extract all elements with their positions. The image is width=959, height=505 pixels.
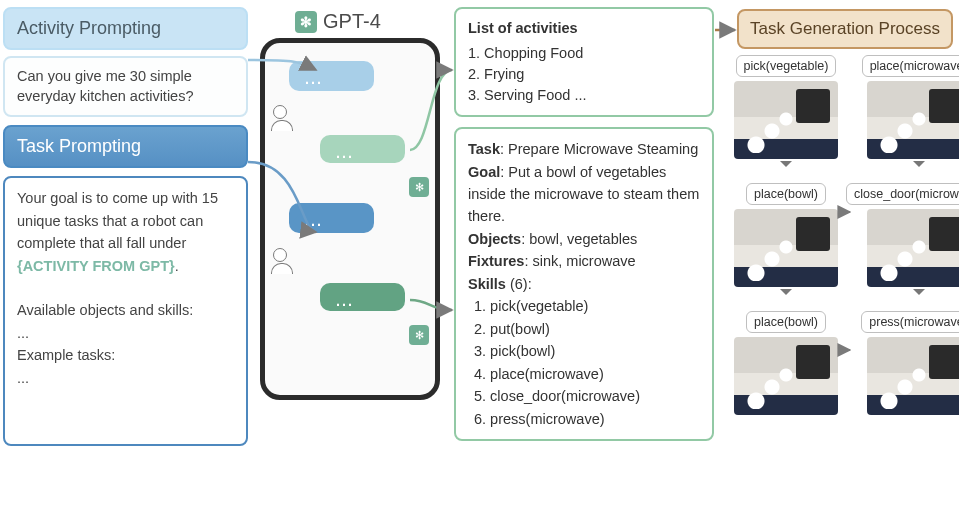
sim-thumbnail bbox=[734, 209, 838, 287]
sim-thumbnail bbox=[734, 81, 838, 159]
skill-item: 6. press(microwave) bbox=[474, 408, 700, 430]
task-generation-grid: pick(vegetable) place(microwave) place(b… bbox=[734, 55, 954, 415]
chat-phone-frame: ... ... ✻ ... ... ✻ bbox=[260, 38, 440, 400]
task-prompting-header: Task Prompting bbox=[3, 125, 248, 168]
gpt4-text: GPT-4 bbox=[323, 10, 381, 33]
chat-bubble-user-1: ... bbox=[289, 61, 374, 91]
arrow-down-icon bbox=[913, 161, 925, 173]
task-body-examples: Example tasks: bbox=[17, 347, 115, 363]
rollout-step: place(bowl) bbox=[734, 311, 838, 415]
arrow-down-icon bbox=[913, 289, 925, 301]
objects-value: : bowl, vegetables bbox=[521, 231, 637, 247]
rollout-step: place(microwave) bbox=[846, 55, 959, 173]
step-tag: place(microwave) bbox=[862, 55, 959, 77]
skill-item: 2. put(bowl) bbox=[474, 318, 700, 340]
step-tag: place(bowl) bbox=[746, 311, 826, 333]
sim-thumbnail bbox=[734, 337, 838, 415]
user-icon bbox=[273, 248, 287, 262]
activities-title: List of activities bbox=[468, 18, 700, 39]
task-body-objects: Available objects and skills: bbox=[17, 302, 193, 318]
step-tag: close_door(microwave) bbox=[846, 183, 959, 205]
skill-item: 5. close_door(microwave) bbox=[474, 385, 700, 407]
activity-placeholder: {ACTIVITY FROM GPT} bbox=[17, 258, 175, 274]
objects-label: Objects bbox=[468, 231, 521, 247]
task-body-ellipsis-1: ... bbox=[17, 325, 29, 341]
chat-bubble-ai-2: ... bbox=[320, 283, 405, 311]
sim-thumbnail bbox=[867, 81, 959, 159]
task-prompting-body: Your goal is to come up with 15 unique t… bbox=[3, 176, 248, 446]
skills-label: Skills bbox=[468, 276, 506, 292]
activity-item: 2. Frying bbox=[468, 64, 700, 85]
goal-value: : Put a bowl of vegetables inside the mi… bbox=[468, 164, 699, 225]
goal-label: Goal bbox=[468, 164, 500, 180]
sim-thumbnail bbox=[867, 209, 959, 287]
arrow-down-icon bbox=[780, 289, 792, 301]
task-spec-box: Task: Prepare Microwave Steaming Goal: P… bbox=[454, 127, 714, 441]
chat-bubble-ai-1: ... bbox=[320, 135, 405, 163]
task-generation-header: Task Generation Process bbox=[737, 9, 953, 49]
task-body-text: Your goal is to come up with 15 unique t… bbox=[17, 190, 218, 251]
gpt4-label: ✻ GPT-4 bbox=[295, 10, 381, 33]
user-icon bbox=[273, 105, 287, 119]
rollout-step: place(bowl) bbox=[734, 183, 838, 301]
activity-item: 1. Chopping Food bbox=[468, 43, 700, 64]
fixtures-value: : sink, microwave bbox=[524, 253, 635, 269]
activity-prompting-body: Can you give me 30 simple everyday kitch… bbox=[3, 56, 248, 117]
sim-thumbnail bbox=[867, 337, 959, 415]
activities-list-box: List of activities 1. Chopping Food 2. F… bbox=[454, 7, 714, 117]
chat-bubble-user-2: ... bbox=[289, 203, 374, 233]
prompting-column: Activity Prompting Can you give me 30 si… bbox=[3, 7, 248, 446]
skills-count: (6): bbox=[506, 276, 532, 292]
step-tag: place(bowl) bbox=[746, 183, 826, 205]
openai-icon: ✻ bbox=[409, 325, 429, 345]
arrow-down-icon bbox=[780, 161, 792, 173]
task-body-period: . bbox=[175, 258, 179, 274]
activity-item: 3. Serving Food ... bbox=[468, 85, 700, 106]
skill-item: 4. place(microwave) bbox=[474, 363, 700, 385]
step-tag: pick(vegetable) bbox=[736, 55, 837, 77]
skill-item: 1. pick(vegetable) bbox=[474, 295, 700, 317]
task-body-ellipsis-2: ... bbox=[17, 370, 29, 386]
skill-item: 3. pick(bowl) bbox=[474, 340, 700, 362]
task-value: : Prepare Microwave Steaming bbox=[500, 141, 698, 157]
task-label: Task bbox=[468, 141, 500, 157]
gpt-output-column: List of activities 1. Chopping Food 2. F… bbox=[454, 7, 714, 441]
step-tag: press(microwave) bbox=[861, 311, 959, 333]
rollout-step: close_door(microwave) bbox=[846, 183, 959, 301]
rollout-step: pick(vegetable) bbox=[734, 55, 838, 173]
fixtures-label: Fixtures bbox=[468, 253, 524, 269]
activity-prompting-header: Activity Prompting bbox=[3, 7, 248, 50]
rollout-step: press(microwave) bbox=[846, 311, 959, 415]
openai-icon: ✻ bbox=[295, 11, 317, 33]
openai-icon: ✻ bbox=[409, 177, 429, 197]
